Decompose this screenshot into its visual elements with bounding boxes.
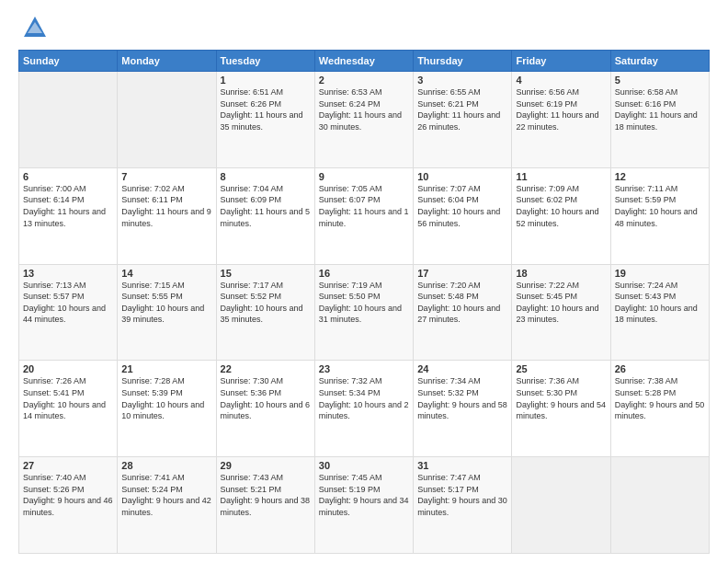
- calendar-cell: 11Sunrise: 7:09 AM Sunset: 6:02 PM Dayli…: [512, 167, 610, 264]
- day-info: Sunrise: 6:51 AM Sunset: 6:26 PM Dayligh…: [221, 86, 311, 132]
- calendar-cell: 8Sunrise: 7:04 AM Sunset: 6:09 PM Daylig…: [216, 167, 314, 264]
- weekday-header-sunday: Sunday: [19, 51, 118, 72]
- day-number: 7: [121, 171, 211, 182]
- day-number: 30: [319, 460, 409, 471]
- calendar-cell: 12Sunrise: 7:11 AM Sunset: 5:59 PM Dayli…: [610, 167, 709, 264]
- day-number: 15: [221, 268, 311, 279]
- day-info: Sunrise: 7:26 AM Sunset: 5:41 PM Dayligh…: [23, 375, 113, 421]
- calendar-cell: 4Sunrise: 6:56 AM Sunset: 6:19 PM Daylig…: [512, 72, 610, 168]
- calendar-cell: 18Sunrise: 7:22 AM Sunset: 5:45 PM Dayli…: [512, 264, 610, 361]
- calendar-cell: 26Sunrise: 7:38 AM Sunset: 5:28 PM Dayli…: [610, 361, 709, 457]
- day-info: Sunrise: 7:04 AM Sunset: 6:09 PM Dayligh…: [221, 183, 311, 229]
- day-number: 22: [221, 363, 311, 374]
- day-number: 6: [23, 171, 113, 182]
- calendar-cell: 19Sunrise: 7:24 AM Sunset: 5:43 PM Dayli…: [610, 264, 709, 361]
- calendar-cell: 20Sunrise: 7:26 AM Sunset: 5:41 PM Dayli…: [19, 361, 118, 457]
- calendar-cell: 6Sunrise: 7:00 AM Sunset: 6:14 PM Daylig…: [19, 167, 118, 264]
- day-info: Sunrise: 7:15 AM Sunset: 5:55 PM Dayligh…: [121, 280, 211, 326]
- day-number: 28: [121, 460, 211, 471]
- calendar-week-row: 27Sunrise: 7:40 AM Sunset: 5:26 PM Dayli…: [19, 457, 710, 554]
- calendar-cell: 29Sunrise: 7:43 AM Sunset: 5:21 PM Dayli…: [216, 457, 314, 554]
- calendar-cell: [118, 72, 216, 168]
- day-number: 18: [516, 268, 606, 279]
- logo-icon: [22, 15, 48, 40]
- day-number: 1: [221, 75, 311, 86]
- weekday-header-row: SundayMondayTuesdayWednesdayThursdayFrid…: [19, 51, 710, 72]
- calendar-cell: 22Sunrise: 7:30 AM Sunset: 5:36 PM Dayli…: [216, 361, 314, 457]
- calendar-week-row: 6Sunrise: 7:00 AM Sunset: 6:14 PM Daylig…: [19, 167, 710, 264]
- calendar-cell: 10Sunrise: 7:07 AM Sunset: 6:04 PM Dayli…: [414, 167, 512, 264]
- calendar-cell: 2Sunrise: 6:53 AM Sunset: 6:24 PM Daylig…: [314, 72, 413, 168]
- calendar-cell: 21Sunrise: 7:28 AM Sunset: 5:39 PM Dayli…: [118, 361, 216, 457]
- day-info: Sunrise: 7:05 AM Sunset: 6:07 PM Dayligh…: [319, 183, 409, 229]
- calendar-cell: [610, 457, 709, 554]
- calendar-cell: 24Sunrise: 7:34 AM Sunset: 5:32 PM Dayli…: [414, 361, 512, 457]
- weekday-header-monday: Monday: [118, 51, 216, 72]
- day-info: Sunrise: 7:02 AM Sunset: 6:11 PM Dayligh…: [121, 183, 211, 229]
- calendar-cell: 3Sunrise: 6:55 AM Sunset: 6:21 PM Daylig…: [414, 72, 512, 168]
- day-number: 8: [221, 171, 311, 182]
- day-number: 3: [417, 75, 507, 86]
- calendar-cell: 5Sunrise: 6:58 AM Sunset: 6:16 PM Daylig…: [610, 72, 709, 168]
- day-number: 11: [516, 171, 606, 182]
- calendar-cell: 23Sunrise: 7:32 AM Sunset: 5:34 PM Dayli…: [314, 361, 413, 457]
- weekday-header-saturday: Saturday: [610, 51, 709, 72]
- calendar-cell: 28Sunrise: 7:41 AM Sunset: 5:24 PM Dayli…: [118, 457, 216, 554]
- day-number: 13: [23, 268, 113, 279]
- day-info: Sunrise: 6:55 AM Sunset: 6:21 PM Dayligh…: [417, 86, 507, 132]
- calendar-cell: [19, 72, 118, 168]
- day-info: Sunrise: 7:20 AM Sunset: 5:48 PM Dayligh…: [417, 280, 507, 326]
- day-info: Sunrise: 7:41 AM Sunset: 5:24 PM Dayligh…: [121, 472, 211, 518]
- day-info: Sunrise: 7:00 AM Sunset: 6:14 PM Dayligh…: [23, 183, 113, 229]
- day-number: 4: [516, 75, 606, 86]
- day-number: 24: [417, 363, 507, 374]
- day-info: Sunrise: 7:11 AM Sunset: 5:59 PM Dayligh…: [615, 183, 705, 229]
- day-number: 31: [417, 460, 507, 471]
- day-number: 5: [615, 75, 705, 86]
- calendar-cell: 17Sunrise: 7:20 AM Sunset: 5:48 PM Dayli…: [414, 264, 512, 361]
- day-info: Sunrise: 7:28 AM Sunset: 5:39 PM Dayligh…: [121, 375, 211, 421]
- day-number: 26: [615, 363, 705, 374]
- day-info: Sunrise: 7:45 AM Sunset: 5:19 PM Dayligh…: [319, 472, 409, 518]
- day-info: Sunrise: 7:13 AM Sunset: 5:57 PM Dayligh…: [23, 280, 113, 326]
- day-number: 19: [615, 268, 705, 279]
- day-number: 9: [319, 171, 409, 182]
- day-number: 25: [516, 363, 606, 374]
- calendar-cell: 30Sunrise: 7:45 AM Sunset: 5:19 PM Dayli…: [314, 457, 413, 554]
- day-number: 29: [221, 460, 311, 471]
- day-info: Sunrise: 6:58 AM Sunset: 6:16 PM Dayligh…: [615, 86, 705, 132]
- day-info: Sunrise: 7:24 AM Sunset: 5:43 PM Dayligh…: [615, 280, 705, 326]
- day-info: Sunrise: 7:19 AM Sunset: 5:50 PM Dayligh…: [319, 280, 409, 326]
- day-info: Sunrise: 7:30 AM Sunset: 5:36 PM Dayligh…: [221, 375, 311, 421]
- calendar-cell: [512, 457, 610, 554]
- calendar-table: SundayMondayTuesdayWednesdayThursdayFrid…: [18, 50, 710, 554]
- weekday-header-friday: Friday: [512, 51, 610, 72]
- weekday-header-wednesday: Wednesday: [314, 51, 413, 72]
- day-info: Sunrise: 6:56 AM Sunset: 6:19 PM Dayligh…: [516, 86, 606, 132]
- day-number: 17: [417, 268, 507, 279]
- day-number: 14: [121, 268, 211, 279]
- weekday-header-thursday: Thursday: [414, 51, 512, 72]
- day-info: Sunrise: 7:36 AM Sunset: 5:30 PM Dayligh…: [516, 375, 606, 421]
- day-info: Sunrise: 7:38 AM Sunset: 5:28 PM Dayligh…: [615, 375, 705, 421]
- calendar-cell: 15Sunrise: 7:17 AM Sunset: 5:52 PM Dayli…: [216, 264, 314, 361]
- day-number: 21: [121, 363, 211, 374]
- day-info: Sunrise: 7:22 AM Sunset: 5:45 PM Dayligh…: [516, 280, 606, 326]
- day-number: 20: [23, 363, 113, 374]
- logo: [18, 15, 48, 40]
- day-number: 10: [417, 171, 507, 182]
- calendar-cell: 13Sunrise: 7:13 AM Sunset: 5:57 PM Dayli…: [19, 264, 118, 361]
- calendar-cell: 7Sunrise: 7:02 AM Sunset: 6:11 PM Daylig…: [118, 167, 216, 264]
- calendar-cell: 25Sunrise: 7:36 AM Sunset: 5:30 PM Dayli…: [512, 361, 610, 457]
- calendar-week-row: 13Sunrise: 7:13 AM Sunset: 5:57 PM Dayli…: [19, 264, 710, 361]
- day-info: Sunrise: 7:17 AM Sunset: 5:52 PM Dayligh…: [221, 280, 311, 326]
- day-info: Sunrise: 7:43 AM Sunset: 5:21 PM Dayligh…: [221, 472, 311, 518]
- calendar-cell: 31Sunrise: 7:47 AM Sunset: 5:17 PM Dayli…: [414, 457, 512, 554]
- day-number: 16: [319, 268, 409, 279]
- calendar-cell: 16Sunrise: 7:19 AM Sunset: 5:50 PM Dayli…: [314, 264, 413, 361]
- header: [18, 15, 710, 40]
- page: SundayMondayTuesdayWednesdayThursdayFrid…: [0, 0, 728, 563]
- calendar-cell: 27Sunrise: 7:40 AM Sunset: 5:26 PM Dayli…: [19, 457, 118, 554]
- day-info: Sunrise: 7:32 AM Sunset: 5:34 PM Dayligh…: [319, 375, 409, 421]
- day-number: 27: [23, 460, 113, 471]
